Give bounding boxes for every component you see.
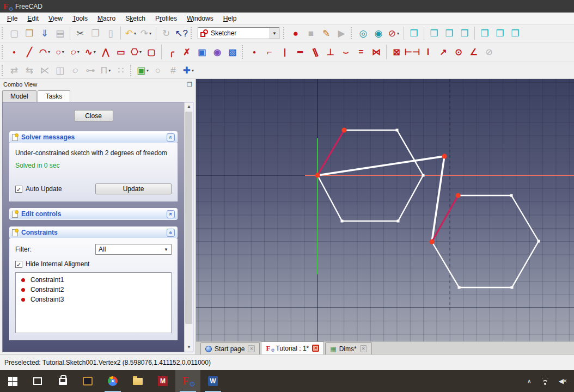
constrain-coincident-button[interactable]: ● [247,45,261,59]
create-fillet-button[interactable]: ╭ [164,45,179,59]
workbench-selector-dropdown[interactable]: ▼ [270,28,279,39]
scroll-up-arrow[interactable]: ▲ [185,102,193,111]
constrain-parallel-button[interactable]: ∥ [308,45,322,59]
sketch-point-highlighted[interactable] [442,154,447,159]
sketch-vertex[interactable] [538,240,540,243]
create-circle-button[interactable]: ○▾ [53,45,67,59]
menu-profiles[interactable]: Profiles [150,14,182,23]
constraint-item[interactable]: Constraint2 [16,285,171,295]
view-left-button[interactable]: ❒ [508,26,522,40]
constraints-filter-select[interactable]: All ▼ [95,244,172,255]
sketch-vertex[interactable] [422,174,425,177]
constrain-vertical-distance-button[interactable]: I [421,45,435,59]
create-line-button[interactable]: ╱ [22,45,36,59]
task-panel-scrollbar[interactable]: ▲ ▼ [184,102,193,352]
collapse-constraints-button[interactable]: « [167,229,175,237]
collapse-edit-controls-button[interactable]: « [167,210,175,218]
toolbar-handle[interactable] [242,45,245,59]
select-associated-elements-dropdown[interactable]: ▾ [146,68,149,73]
constrain-horizontal-button[interactable]: ━ [293,45,307,59]
word-button[interactable]: W [200,370,225,392]
m-app-button[interactable]: M [150,370,175,392]
tab-tutorial[interactable]: F⚙ Tutorial : 1* ✕ [261,341,324,354]
tab-model[interactable]: Model [2,90,36,102]
task-view-button[interactable] [25,370,50,392]
menu-sketch[interactable]: Sketch [120,14,150,23]
open-file-button[interactable]: ❒ [22,26,36,40]
create-polyline-button[interactable]: ⋀ [99,45,113,59]
tab-start-page[interactable]: Start page ✕ [200,342,260,354]
wifi-icon[interactable] [540,378,550,385]
collapse-solver-button[interactable]: « [167,133,175,142]
toolbar-handle[interactable] [2,27,5,39]
view-front-button[interactable]: ❒ [427,26,441,40]
layers-button[interactable]: ✚▾ [181,63,196,77]
toolbar-handle[interactable] [2,45,5,59]
constraint-item[interactable]: Constraint1 [16,275,171,285]
sketch-vertex[interactable] [341,220,344,223]
menu-file[interactable]: File [2,14,22,23]
view-top-button[interactable]: ❒ [442,26,456,40]
workbench-selector[interactable]: Sketcher ▼ [198,27,279,39]
create-rectangle-button[interactable]: ▭ [114,45,128,59]
create-circle-dropdown[interactable]: ▾ [62,50,64,54]
sketch-vertex[interactable] [511,286,514,289]
freecad-taskbar-button[interactable]: F⚙ [175,370,200,392]
undo-dropdown[interactable]: ▾ [134,31,136,36]
redo-dropdown[interactable]: ▾ [149,31,151,36]
macro-record-button[interactable]: ● [289,26,303,40]
sketch-line[interactable] [317,156,444,175]
fit-all-button[interactable]: ◎ [356,26,370,40]
close-tutorial-button[interactable]: ✕ [312,345,319,352]
view-bottom-button[interactable]: ❒ [493,26,507,40]
tray-expand-icon[interactable]: ∧ [527,378,532,385]
toolbar-handle[interactable] [2,65,5,76]
constrain-point-on-object-button[interactable]: ⌐ [262,45,277,59]
sketch-point-highlighted[interactable] [456,193,461,198]
cut-button[interactable]: ✂ [73,26,87,40]
tab-dims[interactable]: ▦ Dims* ✕ [325,342,371,354]
menu-edit[interactable]: Edit [22,14,44,23]
toolbar-handle[interactable] [191,27,194,39]
scrollbar-thumb[interactable] [185,112,192,324]
save-file-button[interactable]: ⇓ [38,26,52,40]
toolbar-handle[interactable] [351,27,354,39]
fit-selection-button[interactable]: ◉ [371,26,386,40]
create-arc-button[interactable]: ◠▾ [38,45,52,59]
3d-viewport[interactable] [196,79,574,341]
constrain-tangent-button[interactable]: ⌣ [339,45,353,59]
toolbar-handle[interactable] [130,65,133,76]
hide-internal-alignment-checkbox[interactable]: ✓ [15,261,22,268]
scroll-down-arrow[interactable]: ▼ [185,343,193,352]
sketch-edge[interactable] [398,175,423,221]
view-isometric-button[interactable]: ❒ [407,26,421,40]
update-button[interactable]: Update [95,183,172,194]
menu-tools[interactable]: Tools [68,14,93,23]
app-button-dark[interactable] [75,370,100,392]
start-button[interactable] [0,370,25,392]
panel-float-icon[interactable]: ❐ [187,81,192,88]
constrain-lock-button[interactable]: ⊠ [389,45,404,59]
file-explorer-button[interactable] [125,370,150,392]
sketch-canvas[interactable] [196,79,574,341]
external-geometry-button[interactable]: ▣ [195,45,209,59]
sketch-edge[interactable] [432,242,459,287]
constrain-equal-button[interactable]: = [354,45,368,59]
sketch-line[interactable] [432,156,444,242]
create-bspline-button[interactable]: ∿▾ [83,45,97,59]
sketch-vertex[interactable] [510,194,513,197]
construction-mode-button[interactable]: ▧ [225,45,240,59]
constraint-item[interactable]: Constraint3 [16,295,171,304]
sketch-point-highlighted[interactable] [430,240,435,244]
undo-button[interactable]: ↶▾ [124,26,138,40]
close-button[interactable]: Close [74,110,113,121]
store-button[interactable] [50,370,75,392]
sketch-edge[interactable] [317,175,342,221]
toolbar-handle[interactable] [283,27,286,39]
menu-windows[interactable]: Windows [182,14,218,23]
create-polygon-dropdown[interactable]: ▾ [139,50,142,54]
select-associated-elements-button[interactable]: ▣▾ [136,63,150,77]
constraints-header[interactable]: Constraints « [9,226,178,238]
sketch-point-highlighted[interactable] [342,128,347,133]
sketch-vertex[interactable] [458,286,461,289]
